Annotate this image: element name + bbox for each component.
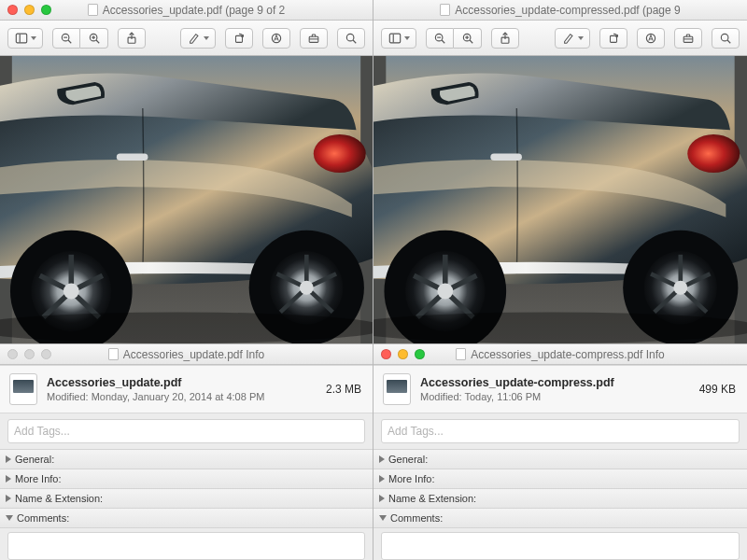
right-info-titlebar[interactable]: Accessories_update-compress.pdf Info bbox=[374, 344, 747, 365]
section-general[interactable]: General: bbox=[374, 450, 747, 469]
share-button[interactable] bbox=[491, 28, 519, 49]
left-preview-titlebar[interactable]: Accessories_update.pdf (page 9 of 2 bbox=[0, 0, 373, 21]
car-image bbox=[374, 56, 747, 343]
right-preview-window: Accessories_update-compressed.pdf (page … bbox=[374, 0, 747, 560]
chevron-down-icon bbox=[578, 36, 584, 40]
tags-input[interactable]: Add Tags... bbox=[7, 419, 365, 443]
toolbox-button[interactable] bbox=[674, 28, 702, 49]
close-icon[interactable] bbox=[381, 349, 391, 359]
zoom-in-button[interactable] bbox=[454, 28, 482, 49]
chevron-down-icon bbox=[204, 36, 209, 40]
right-info-header: Accessories_update-compress.pdf Modified… bbox=[374, 365, 747, 413]
zoom-in-icon bbox=[461, 32, 474, 45]
rotate-button[interactable] bbox=[599, 28, 627, 49]
markup-toolbox-icon bbox=[270, 32, 283, 45]
zoom-in-button[interactable] bbox=[80, 28, 108, 49]
section-name-extension[interactable]: Name & Extension: bbox=[374, 489, 747, 509]
left-document-view[interactable] bbox=[0, 56, 373, 343]
tags-placeholder: Add Tags... bbox=[388, 425, 444, 438]
section-more-info[interactable]: More Info: bbox=[0, 469, 373, 489]
left-info-panel: Accessories_update.pdf Info Accessories_… bbox=[0, 343, 373, 560]
disclosure-triangle-icon bbox=[6, 475, 11, 483]
zoom-window-icon[interactable] bbox=[41, 5, 51, 15]
document-icon bbox=[108, 348, 119, 360]
document-icon bbox=[440, 4, 450, 16]
chevron-down-icon bbox=[31, 36, 36, 40]
close-icon[interactable] bbox=[7, 349, 18, 359]
sidebar-toggle-button[interactable] bbox=[381, 28, 416, 49]
highlighter-icon bbox=[562, 32, 575, 45]
zoom-out-icon bbox=[60, 32, 73, 45]
right-title-text: Accessories_update-compressed.pdf (page … bbox=[455, 4, 680, 17]
minimize-icon[interactable] bbox=[24, 5, 35, 15]
toolbox-icon bbox=[682, 32, 695, 45]
share-icon bbox=[125, 32, 138, 45]
car-image bbox=[0, 56, 373, 343]
left-info-title: Accessories_update.pdf Info bbox=[108, 348, 264, 361]
modified-label: Modified: Today, 11:06 PM bbox=[420, 391, 690, 402]
left-toolbar bbox=[0, 21, 373, 56]
section-comments[interactable]: Comments: bbox=[0, 509, 373, 528]
sidebar-toggle-button[interactable] bbox=[7, 28, 43, 49]
search-button[interactable] bbox=[337, 28, 365, 49]
left-info-titlebar[interactable]: Accessories_update.pdf Info bbox=[0, 344, 373, 365]
highlight-button[interactable] bbox=[180, 28, 216, 49]
right-info-title-text: Accessories_update-compress.pdf Info bbox=[471, 348, 664, 361]
close-icon[interactable] bbox=[7, 5, 18, 15]
toolbox-icon bbox=[307, 32, 320, 45]
minimize-icon[interactable] bbox=[398, 349, 408, 359]
right-preview-title: Accessories_update-compressed.pdf (page … bbox=[440, 4, 680, 17]
right-document-view[interactable] bbox=[374, 56, 747, 343]
rotate-icon bbox=[607, 32, 620, 45]
sidebar-toggle-icon bbox=[388, 32, 402, 45]
left-title-text: Accessories_update.pdf (page 9 of 2 bbox=[103, 4, 285, 17]
disclosure-triangle-icon bbox=[379, 475, 385, 483]
left-info-title-text: Accessories_update.pdf Info bbox=[123, 348, 264, 361]
zoom-out-icon bbox=[433, 32, 446, 45]
left-preview-title: Accessories_update.pdf (page 9 of 2 bbox=[88, 4, 285, 17]
right-info-title: Accessories_update-compress.pdf Info bbox=[456, 348, 664, 361]
zoom-window-icon[interactable] bbox=[415, 349, 425, 359]
rotate-icon bbox=[233, 32, 246, 45]
tags-input[interactable]: Add Tags... bbox=[381, 419, 740, 443]
comments-textarea[interactable] bbox=[381, 532, 740, 560]
file-size: 499 KB bbox=[699, 383, 736, 396]
sidebar-toggle-icon bbox=[15, 32, 28, 45]
section-name-extension[interactable]: Name & Extension: bbox=[0, 489, 373, 509]
right-preview-titlebar[interactable]: Accessories_update-compressed.pdf (page … bbox=[374, 0, 747, 21]
section-comments[interactable]: Comments: bbox=[374, 509, 747, 528]
right-info-panel: Accessories_update-compress.pdf Info Acc… bbox=[374, 343, 747, 560]
disclosure-triangle-icon bbox=[6, 455, 11, 463]
highlight-button[interactable] bbox=[555, 28, 590, 49]
modified-label: Modified: Monday, January 20, 2014 at 4:… bbox=[47, 391, 317, 402]
pdf-file-icon bbox=[383, 373, 411, 405]
markup-toolbox-icon bbox=[644, 32, 657, 45]
minimize-icon[interactable] bbox=[24, 349, 35, 359]
section-general[interactable]: General: bbox=[0, 450, 373, 469]
chevron-down-icon bbox=[404, 36, 410, 40]
left-preview-window: Accessories_update.pdf (page 9 of 2 bbox=[0, 0, 374, 560]
comments-textarea[interactable] bbox=[7, 532, 365, 560]
zoom-out-button[interactable] bbox=[426, 28, 454, 49]
markup-button[interactable] bbox=[637, 28, 665, 49]
document-icon bbox=[456, 348, 466, 360]
search-icon bbox=[719, 32, 732, 45]
tags-placeholder: Add Tags... bbox=[14, 425, 70, 438]
rotate-button[interactable] bbox=[225, 28, 253, 49]
share-button[interactable] bbox=[118, 28, 146, 49]
zoom-window-icon[interactable] bbox=[41, 349, 51, 359]
section-more-info[interactable]: More Info: bbox=[374, 469, 747, 489]
search-button[interactable] bbox=[712, 28, 740, 49]
markup-button[interactable] bbox=[262, 28, 290, 49]
right-toolbar bbox=[374, 21, 747, 56]
search-icon bbox=[345, 32, 358, 45]
left-info-traffic bbox=[7, 349, 51, 359]
zoom-in-icon bbox=[88, 32, 101, 45]
document-icon bbox=[88, 4, 98, 16]
zoom-out-button[interactable] bbox=[52, 28, 80, 49]
highlighter-icon bbox=[188, 32, 201, 45]
disclosure-triangle-icon bbox=[379, 455, 385, 463]
toolbox-button[interactable] bbox=[300, 28, 328, 49]
disclosure-triangle-icon bbox=[379, 495, 385, 502]
file-size: 2.3 MB bbox=[326, 383, 361, 396]
